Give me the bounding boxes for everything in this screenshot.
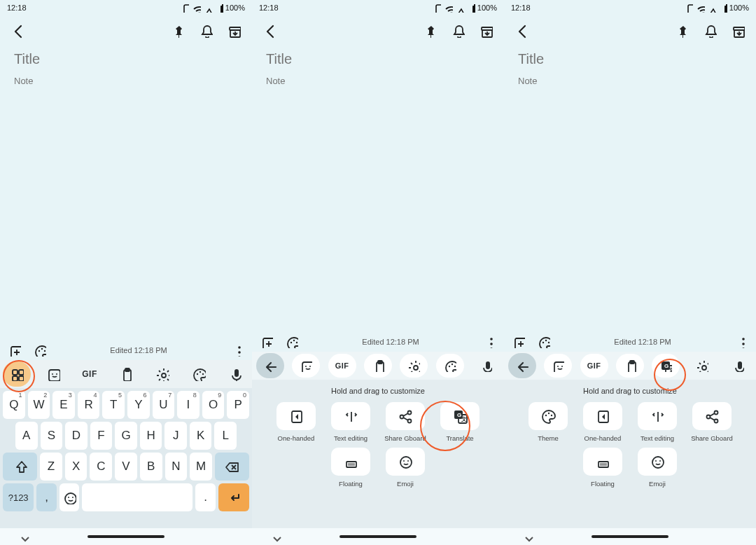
key-X[interactable]: X	[65, 453, 88, 481]
theme-icon[interactable]	[185, 361, 213, 387]
feature-one_handed[interactable]: One-handed	[272, 402, 320, 442]
comma-key[interactable]: ,	[36, 483, 56, 511]
feature-share[interactable]: Share Gboard	[382, 402, 429, 442]
title-input[interactable]	[517, 50, 746, 68]
key-O[interactable]: O9	[202, 391, 225, 419]
pin-button[interactable]	[165, 18, 190, 43]
symbols-key[interactable]: ?123	[3, 483, 34, 511]
key-B[interactable]: B	[140, 453, 162, 481]
settings-icon[interactable]	[400, 354, 428, 378]
feature-one_handed[interactable]: One-handed	[579, 402, 626, 442]
sticker-icon[interactable]	[544, 354, 572, 378]
more-button[interactable]	[228, 341, 246, 359]
toolbar-back[interactable]	[256, 353, 284, 378]
toolbar-back[interactable]	[508, 353, 536, 378]
pin-button[interactable]	[669, 18, 694, 43]
feature-emoji[interactable]: Emoji	[382, 448, 429, 488]
palette-button[interactable]	[535, 333, 553, 351]
add-button[interactable]	[258, 333, 276, 351]
backspace-key[interactable]	[215, 453, 249, 481]
sticker-icon[interactable]	[39, 361, 67, 387]
key-A[interactable]: A	[15, 422, 38, 450]
emoji-key[interactable]	[59, 483, 79, 511]
archive-button[interactable]	[473, 18, 498, 43]
key-Q[interactable]: Q1	[3, 391, 25, 419]
key-D[interactable]: D	[65, 422, 88, 450]
key-K[interactable]: K	[190, 422, 212, 450]
gif-icon[interactable]: GIF	[580, 354, 608, 378]
mic-icon[interactable]	[724, 354, 752, 378]
back-button[interactable]	[6, 18, 31, 43]
note-input[interactable]	[517, 75, 746, 87]
palette-button[interactable]	[31, 341, 49, 359]
key-P[interactable]: P0	[227, 391, 249, 419]
reminder-button[interactable]	[697, 18, 722, 43]
gif-icon[interactable]: GIF	[328, 354, 356, 378]
feature-translate[interactable]: Translate	[436, 402, 484, 442]
feature-text_editing[interactable]: Text editing	[634, 402, 681, 442]
note-input[interactable]	[265, 75, 494, 87]
theme-icon[interactable]	[436, 354, 464, 378]
key-W[interactable]: W2	[28, 391, 50, 419]
feature-share[interactable]: Share Gboard	[688, 402, 736, 442]
settings-icon[interactable]	[688, 354, 716, 378]
translate-toolbar-icon[interactable]	[652, 354, 680, 378]
period-key[interactable]: .	[195, 483, 215, 511]
key-Z[interactable]: Z	[40, 453, 62, 481]
key-I[interactable]: I8	[177, 391, 200, 419]
add-button[interactable]	[510, 333, 528, 351]
key-F[interactable]: F	[90, 422, 113, 450]
add-button[interactable]	[6, 341, 24, 359]
title-input[interactable]	[13, 50, 242, 68]
archive-button[interactable]	[221, 18, 246, 43]
feature-floating[interactable]: Floating	[579, 448, 626, 488]
reminder-button[interactable]	[193, 18, 218, 43]
feature-emoji[interactable]: Emoji	[634, 448, 681, 488]
pin-button[interactable]	[417, 18, 442, 43]
key-L[interactable]: L	[214, 422, 237, 450]
more-button[interactable]	[732, 333, 750, 351]
collapse-keyboard[interactable]	[17, 530, 29, 543]
sticker-icon[interactable]	[292, 354, 320, 378]
nav-handle[interactable]	[88, 535, 164, 538]
space-key[interactable]	[82, 483, 192, 511]
reminder-button[interactable]	[445, 18, 470, 43]
feature-theme[interactable]: Theme	[524, 402, 572, 442]
key-T[interactable]: T5	[102, 391, 125, 419]
key-Y[interactable]: Y6	[127, 391, 150, 419]
settings-icon[interactable]	[148, 361, 176, 387]
key-G[interactable]: G	[115, 422, 137, 450]
apps-menu-icon[interactable]	[3, 361, 31, 387]
palette-button[interactable]	[283, 333, 301, 351]
title-input[interactable]	[265, 50, 494, 68]
clipboard-icon[interactable]	[616, 354, 644, 378]
collapse-keyboard[interactable]	[269, 530, 281, 543]
gif-icon[interactable]: GIF	[76, 361, 104, 387]
key-C[interactable]: C	[90, 453, 112, 481]
collapse-keyboard[interactable]	[521, 530, 533, 543]
clipboard-icon[interactable]	[364, 354, 392, 378]
nav-handle[interactable]	[592, 535, 668, 538]
archive-button[interactable]	[725, 18, 750, 43]
key-J[interactable]: J	[164, 422, 187, 450]
enter-key[interactable]	[218, 483, 249, 511]
key-R[interactable]: R4	[78, 391, 100, 419]
mic-icon[interactable]	[221, 361, 249, 387]
key-M[interactable]: M	[190, 453, 212, 481]
key-V[interactable]: V	[115, 453, 137, 481]
key-E[interactable]: E3	[52, 391, 75, 419]
back-button[interactable]	[258, 18, 283, 43]
feature-floating[interactable]: Floating	[327, 448, 374, 488]
mic-icon[interactable]	[472, 354, 500, 378]
key-N[interactable]: N	[165, 453, 188, 481]
key-S[interactable]: S	[41, 422, 63, 450]
nav-handle[interactable]	[340, 535, 416, 538]
clipboard-icon[interactable]	[112, 361, 140, 387]
key-U[interactable]: U7	[153, 391, 175, 419]
back-button[interactable]	[510, 18, 535, 43]
note-input[interactable]	[13, 75, 242, 87]
shift-key[interactable]	[3, 453, 37, 481]
feature-text_editing[interactable]: Text editing	[327, 402, 374, 442]
key-H[interactable]: H	[140, 422, 162, 450]
more-button[interactable]	[480, 333, 498, 351]
